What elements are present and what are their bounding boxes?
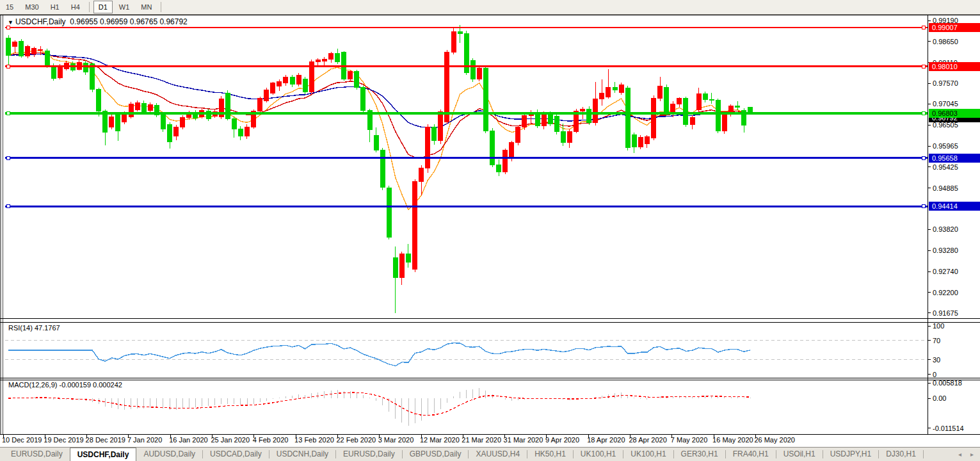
svg-text:0.91675: 0.91675 <box>933 309 958 317</box>
date-tick-label: 16 Jan 2020 <box>169 436 208 444</box>
svg-text:0.95658: 0.95658 <box>932 154 958 162</box>
macd-indicator-label: MACD(12,26,9) -0.000159 0.000242 <box>8 381 122 389</box>
chart-canvas[interactable]: 0.991900.986500.981100.975700.970450.965… <box>0 0 980 461</box>
svg-text:0.98010: 0.98010 <box>932 63 958 70</box>
date-tick-label: 28 Apr 2020 <box>629 436 667 444</box>
chart-ohlc-values: 0.96955 0.96959 0.96765 0.96792 <box>70 17 188 26</box>
date-tick-label: 9 Apr 2020 <box>545 436 579 444</box>
svg-text:0.93280: 0.93280 <box>933 247 958 254</box>
date-tick-label: 13 Feb 2020 <box>294 436 334 444</box>
date-tick-label: 7 May 2020 <box>671 436 707 444</box>
date-tick-label: 7 Jan 2020 <box>127 436 162 444</box>
date-tick-label: 28 Dec 2019 <box>86 436 125 444</box>
svg-text:0.94414: 0.94414 <box>932 202 958 210</box>
date-tick-label: 10 Dec 2019 <box>2 436 42 444</box>
svg-text:0.99007: 0.99007 <box>932 24 958 31</box>
date-tick-label: 18 Apr 2020 <box>587 436 625 444</box>
date-tick-label: 19 Dec 2019 <box>44 436 83 444</box>
svg-text:0.97570: 0.97570 <box>933 79 958 87</box>
svg-text:0: 0 <box>933 371 936 378</box>
date-tick-label: 3 Mar 2020 <box>378 436 414 444</box>
svg-text:0.98650: 0.98650 <box>933 38 958 45</box>
svg-text:0.95965: 0.95965 <box>933 142 958 150</box>
svg-text:0.95425: 0.95425 <box>933 163 958 171</box>
chart-symbol-label: USDCHF,Daily <box>15 17 66 26</box>
chart-title: ▼USDCHF,Daily 0.96955 0.96959 0.96765 0.… <box>8 17 188 26</box>
svg-text:0.93820: 0.93820 <box>933 225 958 233</box>
svg-text:0.00: 0.00 <box>933 394 946 402</box>
svg-text:0.96803: 0.96803 <box>932 109 958 117</box>
date-tick-label: 12 Mar 2020 <box>420 436 460 444</box>
svg-text:30: 30 <box>933 356 940 364</box>
date-tick-label: 26 May 2020 <box>754 436 795 444</box>
date-tick-label: 22 Feb 2020 <box>336 436 376 444</box>
date-tick-label: 31 Mar 2020 <box>504 436 543 444</box>
svg-text:100: 100 <box>933 322 944 330</box>
svg-text:0.97045: 0.97045 <box>933 100 958 108</box>
date-tick-label: 25 Jan 2020 <box>211 436 250 444</box>
chart-expand-icon[interactable]: ▼ <box>8 19 13 26</box>
date-tick-label: 21 Mar 2020 <box>462 436 501 444</box>
svg-text:0.005818: 0.005818 <box>933 379 962 387</box>
svg-text:70: 70 <box>933 337 940 344</box>
svg-text:0.92200: 0.92200 <box>933 289 958 296</box>
date-tick-label: 16 May 2020 <box>712 436 753 444</box>
rsi-indicator-label: RSI(14) 47.1767 <box>8 324 60 332</box>
date-tick-label: 4 Feb 2020 <box>253 436 289 444</box>
svg-text:-0.011514: -0.011514 <box>933 425 964 432</box>
svg-text:0.94885: 0.94885 <box>933 184 958 192</box>
svg-text:0.92740: 0.92740 <box>933 268 958 275</box>
